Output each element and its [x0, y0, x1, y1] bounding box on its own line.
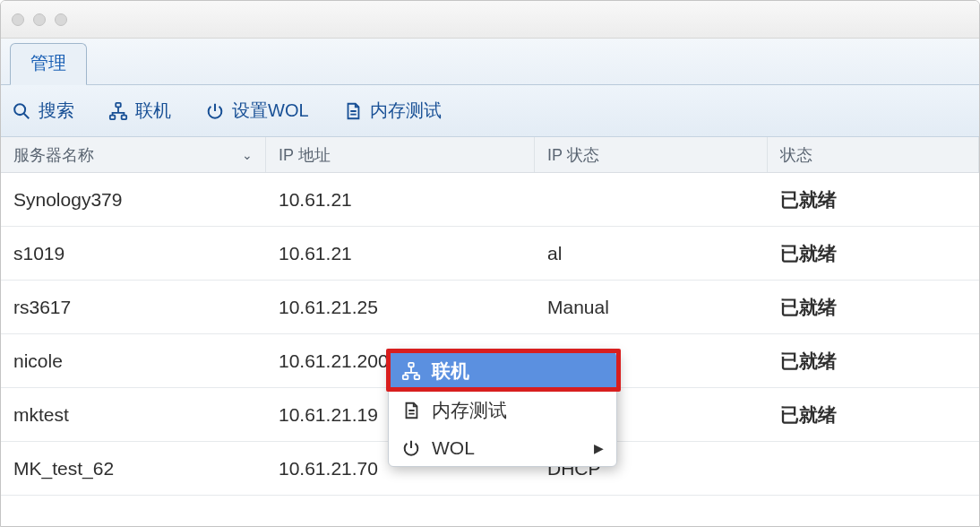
table-row[interactable]: rs3617 10.61.21.25 Manual 已就绪 [1, 281, 979, 334]
toolbar-label: 设置WOL [232, 99, 309, 123]
window-close-dot[interactable] [12, 13, 24, 26]
svg-rect-8 [403, 376, 408, 380]
column-header-ip[interactable]: IP 地址 [266, 137, 535, 172]
cell-status: 已就绪 [768, 281, 979, 333]
cell-name: s1019 [1, 227, 266, 280]
toolbar: 搜索 联机 设置WOL 内存测试 [1, 85, 979, 137]
submenu-arrow-icon: ▶ [594, 441, 604, 455]
cell-name: Synology379 [1, 173, 266, 226]
window-zoom-dot[interactable] [55, 13, 67, 26]
search-button[interactable]: 搜索 [12, 99, 74, 123]
context-menu: 联机 内存测试 WOL ▶ [388, 350, 617, 467]
memtest-button[interactable]: 内存测试 [343, 99, 442, 123]
context-menu-label: 内存测试 [432, 398, 507, 423]
power-icon [205, 101, 225, 121]
cell-ipstatus: Manual [535, 281, 768, 333]
cell-status: 已就绪 [768, 227, 979, 280]
column-header-ipstatus[interactable]: IP 状态 [535, 137, 768, 172]
cell-name: mktest [1, 388, 266, 441]
context-menu-memtest[interactable]: 内存测试 [389, 391, 616, 430]
toolbar-label: 内存测试 [370, 99, 442, 123]
column-label: IP 地址 [279, 144, 331, 166]
column-label: 状态 [780, 144, 812, 166]
tab-manage[interactable]: 管理 [10, 43, 87, 85]
column-header-name[interactable]: 服务器名称 ⌄ [1, 137, 266, 172]
window-titlebar [1, 1, 979, 39]
cell-status: 已就绪 [768, 334, 979, 387]
cell-name: rs3617 [1, 281, 266, 333]
tab-strip: 管理 [1, 39, 979, 85]
document-icon [343, 101, 363, 121]
svg-point-0 [14, 104, 25, 115]
context-menu-label: WOL [432, 437, 475, 459]
context-menu-label: 联机 [432, 359, 469, 384]
cell-ip: 10.61.21.25 [266, 281, 535, 333]
table-header: 服务器名称 ⌄ IP 地址 IP 状态 状态 [1, 137, 979, 173]
connect-button[interactable]: 联机 [108, 99, 171, 123]
cell-status: 已就绪 [768, 388, 979, 441]
svg-rect-2 [116, 102, 121, 107]
column-label: IP 状态 [547, 144, 599, 166]
svg-line-1 [24, 113, 30, 118]
window-minimize-dot[interactable] [33, 13, 46, 26]
toolbar-label: 搜索 [39, 99, 74, 123]
cell-ipstatus [535, 173, 768, 226]
chevron-down-icon: ⌄ [242, 148, 253, 162]
wol-button[interactable]: 设置WOL [205, 99, 309, 123]
search-icon [12, 101, 31, 121]
cell-status [768, 442, 979, 495]
cell-ipstatus: al [535, 227, 768, 280]
cell-ip: 10.61.21 [266, 173, 535, 226]
network-icon [108, 101, 128, 121]
cell-name: MK_test_62 [1, 442, 266, 495]
power-icon [401, 438, 421, 458]
network-icon [401, 361, 421, 381]
svg-rect-3 [110, 115, 115, 119]
content-area: 服务器名称 ⌄ IP 地址 IP 状态 状态 Synology379 10.61… [1, 137, 979, 496]
svg-rect-4 [122, 115, 127, 119]
column-header-status[interactable]: 状态 [768, 137, 979, 172]
table-row[interactable]: Synology379 10.61.21 已就绪 [1, 173, 979, 227]
toolbar-label: 联机 [135, 99, 171, 123]
svg-rect-7 [408, 363, 414, 367]
cell-name: nicole [1, 334, 266, 387]
cell-ip: 10.61.21 [266, 227, 535, 280]
column-label: 服务器名称 [13, 144, 94, 166]
cell-status: 已就绪 [768, 173, 979, 226]
document-icon [401, 401, 421, 420]
context-menu-connect[interactable]: 联机 [389, 351, 616, 391]
context-menu-wol[interactable]: WOL ▶ [389, 430, 616, 466]
table-row[interactable]: s1019 10.61.21 al 已就绪 [1, 227, 979, 281]
svg-rect-9 [415, 376, 420, 380]
